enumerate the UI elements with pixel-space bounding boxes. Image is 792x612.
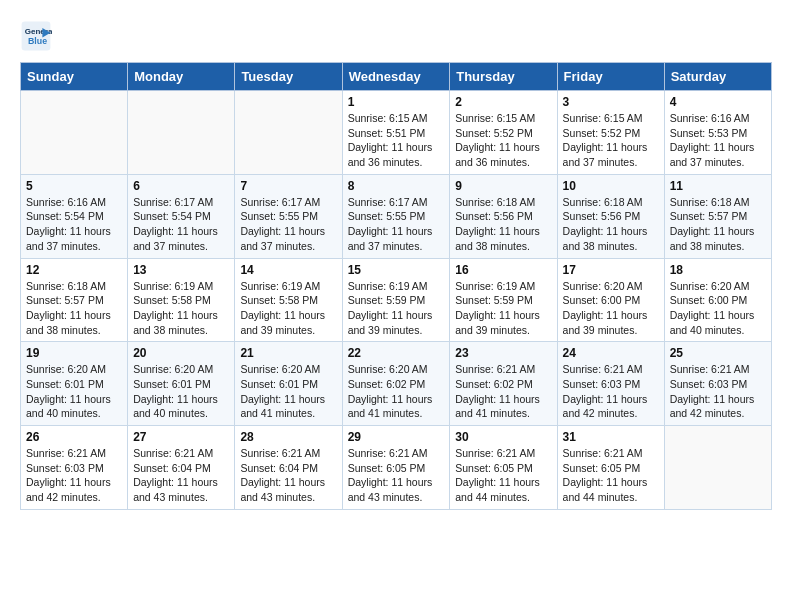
calendar-cell: 20Sunrise: 6:20 AM Sunset: 6:01 PM Dayli… — [128, 342, 235, 426]
day-info: Sunrise: 6:21 AM Sunset: 6:03 PM Dayligh… — [670, 362, 766, 421]
calendar-cell: 7Sunrise: 6:17 AM Sunset: 5:55 PM Daylig… — [235, 174, 342, 258]
calendar-cell: 11Sunrise: 6:18 AM Sunset: 5:57 PM Dayli… — [664, 174, 771, 258]
day-info: Sunrise: 6:20 AM Sunset: 6:01 PM Dayligh… — [240, 362, 336, 421]
day-number: 10 — [563, 179, 659, 193]
day-number: 21 — [240, 346, 336, 360]
calendar-cell: 10Sunrise: 6:18 AM Sunset: 5:56 PM Dayli… — [557, 174, 664, 258]
calendar-week-row: 26Sunrise: 6:21 AM Sunset: 6:03 PM Dayli… — [21, 426, 772, 510]
day-number: 30 — [455, 430, 551, 444]
day-info: Sunrise: 6:17 AM Sunset: 5:55 PM Dayligh… — [348, 195, 445, 254]
day-info: Sunrise: 6:15 AM Sunset: 5:52 PM Dayligh… — [563, 111, 659, 170]
calendar-cell — [128, 91, 235, 175]
day-info: Sunrise: 6:21 AM Sunset: 6:05 PM Dayligh… — [455, 446, 551, 505]
day-number: 25 — [670, 346, 766, 360]
day-info: Sunrise: 6:21 AM Sunset: 6:03 PM Dayligh… — [563, 362, 659, 421]
day-number: 15 — [348, 263, 445, 277]
calendar-cell: 1Sunrise: 6:15 AM Sunset: 5:51 PM Daylig… — [342, 91, 450, 175]
day-number: 4 — [670, 95, 766, 109]
day-number: 22 — [348, 346, 445, 360]
page-header: General Blue — [20, 20, 772, 52]
calendar-cell: 31Sunrise: 6:21 AM Sunset: 6:05 PM Dayli… — [557, 426, 664, 510]
calendar-cell: 19Sunrise: 6:20 AM Sunset: 6:01 PM Dayli… — [21, 342, 128, 426]
day-number: 14 — [240, 263, 336, 277]
day-info: Sunrise: 6:15 AM Sunset: 5:52 PM Dayligh… — [455, 111, 551, 170]
calendar-cell: 8Sunrise: 6:17 AM Sunset: 5:55 PM Daylig… — [342, 174, 450, 258]
day-number: 13 — [133, 263, 229, 277]
day-info: Sunrise: 6:20 AM Sunset: 6:01 PM Dayligh… — [133, 362, 229, 421]
day-info: Sunrise: 6:18 AM Sunset: 5:56 PM Dayligh… — [563, 195, 659, 254]
day-number: 12 — [26, 263, 122, 277]
day-info: Sunrise: 6:20 AM Sunset: 6:00 PM Dayligh… — [670, 279, 766, 338]
day-number: 8 — [348, 179, 445, 193]
day-number: 31 — [563, 430, 659, 444]
day-info: Sunrise: 6:18 AM Sunset: 5:56 PM Dayligh… — [455, 195, 551, 254]
calendar-cell: 24Sunrise: 6:21 AM Sunset: 6:03 PM Dayli… — [557, 342, 664, 426]
calendar-cell: 18Sunrise: 6:20 AM Sunset: 6:00 PM Dayli… — [664, 258, 771, 342]
day-info: Sunrise: 6:21 AM Sunset: 6:05 PM Dayligh… — [563, 446, 659, 505]
weekday-header-row: SundayMondayTuesdayWednesdayThursdayFrid… — [21, 63, 772, 91]
day-number: 18 — [670, 263, 766, 277]
calendar-cell: 23Sunrise: 6:21 AM Sunset: 6:02 PM Dayli… — [450, 342, 557, 426]
day-info: Sunrise: 6:20 AM Sunset: 6:00 PM Dayligh… — [563, 279, 659, 338]
day-number: 19 — [26, 346, 122, 360]
day-number: 28 — [240, 430, 336, 444]
calendar-cell: 22Sunrise: 6:20 AM Sunset: 6:02 PM Dayli… — [342, 342, 450, 426]
day-number: 27 — [133, 430, 229, 444]
day-info: Sunrise: 6:19 AM Sunset: 5:59 PM Dayligh… — [348, 279, 445, 338]
day-number: 29 — [348, 430, 445, 444]
calendar-cell: 17Sunrise: 6:20 AM Sunset: 6:00 PM Dayli… — [557, 258, 664, 342]
day-number: 6 — [133, 179, 229, 193]
day-info: Sunrise: 6:20 AM Sunset: 6:02 PM Dayligh… — [348, 362, 445, 421]
day-info: Sunrise: 6:21 AM Sunset: 6:05 PM Dayligh… — [348, 446, 445, 505]
logo-icon: General Blue — [20, 20, 52, 52]
day-info: Sunrise: 6:17 AM Sunset: 5:54 PM Dayligh… — [133, 195, 229, 254]
day-number: 9 — [455, 179, 551, 193]
day-info: Sunrise: 6:16 AM Sunset: 5:53 PM Dayligh… — [670, 111, 766, 170]
calendar-cell: 21Sunrise: 6:20 AM Sunset: 6:01 PM Dayli… — [235, 342, 342, 426]
calendar-cell: 16Sunrise: 6:19 AM Sunset: 5:59 PM Dayli… — [450, 258, 557, 342]
weekday-header: Friday — [557, 63, 664, 91]
day-number: 2 — [455, 95, 551, 109]
day-info: Sunrise: 6:17 AM Sunset: 5:55 PM Dayligh… — [240, 195, 336, 254]
weekday-header: Sunday — [21, 63, 128, 91]
calendar-cell: 30Sunrise: 6:21 AM Sunset: 6:05 PM Dayli… — [450, 426, 557, 510]
day-number: 11 — [670, 179, 766, 193]
calendar-cell: 6Sunrise: 6:17 AM Sunset: 5:54 PM Daylig… — [128, 174, 235, 258]
calendar-cell: 12Sunrise: 6:18 AM Sunset: 5:57 PM Dayli… — [21, 258, 128, 342]
day-number: 26 — [26, 430, 122, 444]
weekday-header: Tuesday — [235, 63, 342, 91]
svg-text:Blue: Blue — [28, 36, 47, 46]
day-number: 5 — [26, 179, 122, 193]
logo: General Blue — [20, 20, 58, 52]
day-number: 23 — [455, 346, 551, 360]
calendar-table: SundayMondayTuesdayWednesdayThursdayFrid… — [20, 62, 772, 510]
calendar-cell: 5Sunrise: 6:16 AM Sunset: 5:54 PM Daylig… — [21, 174, 128, 258]
day-info: Sunrise: 6:20 AM Sunset: 6:01 PM Dayligh… — [26, 362, 122, 421]
day-info: Sunrise: 6:21 AM Sunset: 6:03 PM Dayligh… — [26, 446, 122, 505]
calendar-cell: 14Sunrise: 6:19 AM Sunset: 5:58 PM Dayli… — [235, 258, 342, 342]
day-info: Sunrise: 6:19 AM Sunset: 5:58 PM Dayligh… — [240, 279, 336, 338]
weekday-header: Saturday — [664, 63, 771, 91]
calendar-cell: 25Sunrise: 6:21 AM Sunset: 6:03 PM Dayli… — [664, 342, 771, 426]
calendar-cell: 4Sunrise: 6:16 AM Sunset: 5:53 PM Daylig… — [664, 91, 771, 175]
day-info: Sunrise: 6:21 AM Sunset: 6:04 PM Dayligh… — [240, 446, 336, 505]
day-info: Sunrise: 6:21 AM Sunset: 6:04 PM Dayligh… — [133, 446, 229, 505]
weekday-header: Thursday — [450, 63, 557, 91]
day-number: 1 — [348, 95, 445, 109]
calendar-week-row: 12Sunrise: 6:18 AM Sunset: 5:57 PM Dayli… — [21, 258, 772, 342]
calendar-cell — [235, 91, 342, 175]
calendar-cell — [664, 426, 771, 510]
day-info: Sunrise: 6:21 AM Sunset: 6:02 PM Dayligh… — [455, 362, 551, 421]
calendar-week-row: 1Sunrise: 6:15 AM Sunset: 5:51 PM Daylig… — [21, 91, 772, 175]
calendar-cell: 29Sunrise: 6:21 AM Sunset: 6:05 PM Dayli… — [342, 426, 450, 510]
day-number: 20 — [133, 346, 229, 360]
calendar-cell: 28Sunrise: 6:21 AM Sunset: 6:04 PM Dayli… — [235, 426, 342, 510]
calendar-cell: 26Sunrise: 6:21 AM Sunset: 6:03 PM Dayli… — [21, 426, 128, 510]
day-info: Sunrise: 6:19 AM Sunset: 5:58 PM Dayligh… — [133, 279, 229, 338]
calendar-week-row: 19Sunrise: 6:20 AM Sunset: 6:01 PM Dayli… — [21, 342, 772, 426]
day-number: 16 — [455, 263, 551, 277]
day-number: 17 — [563, 263, 659, 277]
day-number: 7 — [240, 179, 336, 193]
day-info: Sunrise: 6:18 AM Sunset: 5:57 PM Dayligh… — [26, 279, 122, 338]
day-info: Sunrise: 6:16 AM Sunset: 5:54 PM Dayligh… — [26, 195, 122, 254]
